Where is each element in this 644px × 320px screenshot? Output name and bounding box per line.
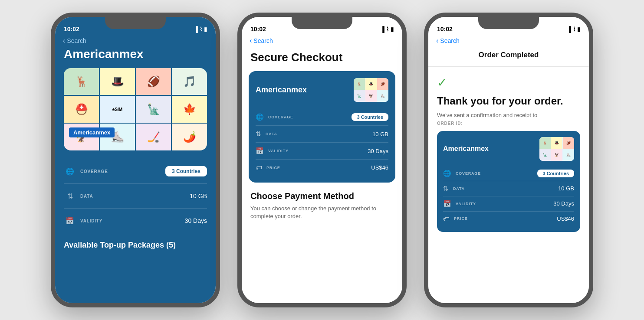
mini-cell-4: 🗽 [354, 90, 365, 102]
card-cell-pepper: 🌶️ [172, 124, 207, 150]
payment-section: Choose Payment Method You can choose or … [242, 183, 402, 220]
status-bar-3: 10:02 ▐ ⌇ ▮ [428, 17, 589, 36]
card-cell-esim: eSIM [100, 96, 135, 123]
status-time-3: 10:02 [437, 26, 453, 33]
price-icon: 🏷 [256, 164, 262, 171]
back-icon-1[interactable]: ‹ [63, 37, 65, 45]
checkout-price-row: 🏷 PRICE US$46 [256, 160, 388, 176]
order-thanks: Thank you for your order. [437, 95, 580, 108]
status-icons-1: ▐ ⌇ ▮ [194, 26, 207, 33]
data-icon-2: ⇅ [256, 130, 261, 138]
card-cell-moose: 🦌 [64, 68, 99, 95]
card-cell-football: 🏈 [136, 68, 171, 95]
order-countries-badge[interactable]: 3 Countries [537, 170, 574, 177]
nav-bar-3: ‹ Search [428, 36, 589, 47]
order-mini-cell-1: 🦌 [539, 137, 551, 149]
order-completed-header: Order Completed [428, 47, 589, 67]
mini-card: 🦌 🎩 🏈 🗽 🦅 ⛸️ [354, 78, 388, 102]
order-content: ✓ Thank you for your order. We've sent a… [428, 67, 589, 241]
order-card-title: Americanmex [443, 145, 489, 153]
mini-cell-3: 🏈 [377, 78, 388, 90]
order-validity-label: VALIDITY [456, 202, 553, 206]
order-mini-cell-2: 🎩 [551, 137, 562, 149]
validity-row-1: 📅 VALIDITY 30 Days [64, 209, 207, 233]
check-icon: ✓ [437, 75, 580, 90]
esim-card-1: 🦌 🎩 🏈 🎵 ⛑️ eSIM 🗽 🍁 🦅 ⛸️ 🏒 🌶️ Americanme… [64, 68, 207, 150]
data-icon-1: ⇅ [64, 190, 76, 202]
mini-cell-5: 🦅 [365, 90, 377, 102]
payment-subtitle: You can choose or change the payment met… [250, 205, 394, 220]
checkout-coverage-row: 🌐 COVERAGE 3 Countries [256, 109, 388, 126]
checkout-validity-row: 📅 VALIDITY 30 Days [256, 143, 388, 160]
wifi-icon-3: ⌇ [573, 26, 575, 33]
calendar-icon-3: 📅 [443, 200, 451, 208]
data-icon-3: ⇅ [443, 185, 449, 193]
back-icon-2[interactable]: ‹ [250, 37, 252, 45]
checkout-data-value: 10 GB [372, 131, 388, 137]
coverage-label-1: COVERAGE [80, 169, 165, 174]
status-icons-2: ▐ ⌇ ▮ [381, 26, 394, 33]
status-bar-2: 10:02 ▐ ⌇ ▮ [242, 17, 402, 36]
payment-title: Choose Payment Method [250, 191, 394, 201]
available-title-1: Available Top-up Packages (5) [64, 241, 207, 250]
checkout-data-row: ⇅ DATA 10 GB [256, 126, 388, 143]
order-mini-cell-6: ⛸️ [563, 149, 574, 161]
order-price-row: 🏷 PRICE US$46 [443, 212, 574, 226]
order-data-value: 10 GB [558, 185, 574, 192]
mini-cell-6: ⛸️ [377, 90, 388, 102]
back-icon-3[interactable]: ‹ [436, 37, 438, 45]
order-validity-row: 📅 VALIDITY 30 Days [443, 196, 574, 212]
checkout-validity-label: VALIDITY [268, 149, 368, 153]
status-time-1: 10:02 [64, 26, 79, 33]
checkout-card: Americanmex 🦌 🎩 🏈 🗽 🦅 ⛸️ 🌐 COVERAGE 3 Co… [249, 71, 395, 183]
battery-icon-3: ▮ [577, 26, 580, 33]
checkout-price-value: US$46 [371, 164, 388, 171]
card-cell-leaf: 🍁 [172, 96, 207, 123]
countries-badge-1[interactable]: 3 Countries [165, 166, 207, 176]
globe-icon-2: 🌐 [256, 113, 264, 121]
mini-cell-2: 🎩 [365, 78, 377, 90]
order-price-label: PRICE [454, 216, 557, 221]
globe-icon-1: 🌐 [64, 165, 76, 177]
wifi-icon: ⌇ [200, 26, 202, 33]
card-grid: 🦌 🎩 🏈 🎵 ⛑️ eSIM 🗽 🍁 🦅 ⛸️ 🏒 🌶️ [64, 68, 207, 150]
card-cell-hockey: 🏒 [136, 124, 171, 150]
nav-bar-1: ‹ Search [55, 36, 216, 47]
checkout-coverage-label: COVERAGE [268, 115, 352, 119]
checkout-countries-badge[interactable]: 3 Countries [352, 113, 388, 121]
validity-label-1: VALIDITY [80, 219, 185, 223]
battery-icon: ▮ [204, 26, 207, 33]
search-link-1[interactable]: Search [67, 37, 86, 44]
validity-value-1: 30 Days [185, 217, 207, 224]
card-cell-maracas: 🎵 [172, 68, 207, 95]
checkout-title: Secure Checkout [242, 47, 402, 71]
signal-icon-2: ▐ [381, 26, 384, 33]
card-cell-sombrero: 🎩 [100, 68, 135, 95]
coverage-row-1: 🌐 COVERAGE 3 Countries [64, 159, 207, 184]
card-cell-helmet: ⛑️ [64, 96, 99, 123]
wifi-icon-2: ⌇ [386, 26, 389, 33]
status-icons-3: ▐ ⌇ ▮ [567, 26, 580, 33]
calendar-icon-1: 📅 [64, 215, 76, 227]
search-link-2[interactable]: Search [253, 37, 273, 44]
nav-bar-2: ‹ Search [242, 36, 402, 47]
phone-2: 10:02 ▐ ⌇ ▮ ‹ Search Secure Checkout Ame… [237, 13, 407, 307]
order-mini-card: 🦌 🎩 🏈 🗽 🦅 ⛸️ [539, 137, 574, 161]
signal-icon: ▐ [194, 26, 198, 33]
data-row-1: ⇅ DATA 10 GB [64, 184, 207, 209]
phone-3: 10:02 ▐ ⌇ ▮ ‹ Search Order Completed ✓ T… [424, 13, 593, 307]
search-link-3[interactable]: Search [440, 37, 459, 44]
checkout-validity-value: 30 Days [368, 148, 388, 154]
order-mini-cell-3: 🏈 [563, 137, 574, 149]
phone-1: 10:02 ▐ ⌇ ▮ ‹ Search Americanmex 🦌 🎩 🏈 🎵… [51, 13, 220, 307]
signal-icon-3: ▐ [567, 26, 571, 33]
status-time-2: 10:02 [250, 26, 266, 33]
order-price-value: US$46 [557, 216, 574, 222]
checkout-data-label: DATA [266, 132, 372, 136]
order-data-row: ⇅ DATA 10 GB [443, 181, 574, 196]
order-id-label: ORDER ID: [437, 121, 580, 126]
info-section-1: 🌐 COVERAGE 3 Countries ⇅ DATA 10 GB 📅 VA… [55, 159, 216, 233]
order-subtitle: We've sent a confirmation and receipt to [437, 112, 580, 118]
order-card-header: Americanmex 🦌 🎩 🏈 🗽 🦅 ⛸️ [443, 137, 574, 161]
order-validity-value: 30 Days [553, 200, 574, 207]
